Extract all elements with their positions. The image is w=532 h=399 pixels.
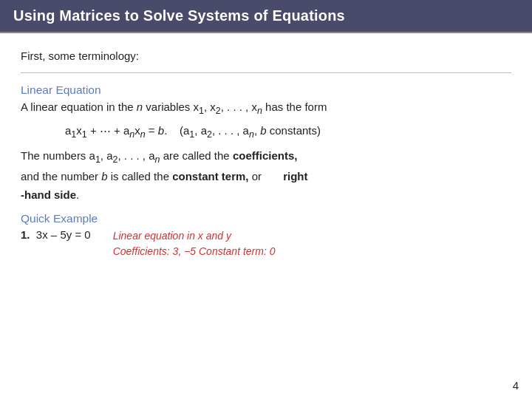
header-title: Using Matrices to Solve Systems of Equat… (13, 7, 345, 24)
slide-header: Using Matrices to Solve Systems of Equat… (0, 0, 532, 33)
const-a1: 1 (189, 129, 194, 140)
example-annotation: Linear equation in x and y Coefficients:… (113, 228, 276, 260)
sub-a1: 1 (71, 129, 76, 140)
coefficients-block: The numbers a1, a2, . . . , an are calle… (21, 147, 511, 204)
slide: Using Matrices to Solve Systems of Equat… (0, 0, 532, 399)
sub-an: n (129, 129, 134, 140)
example-row: 1. 3x – 5y = 0 Linear equation in x and … (21, 228, 511, 260)
coefficients-bold: coefficients, (233, 149, 298, 162)
page-number: 4 (513, 379, 519, 392)
example-number: 1. (21, 228, 30, 241)
right-bold: right (283, 170, 307, 183)
annotation-line1: Linear equation in x and y (113, 228, 276, 245)
sub-x2: 2 (216, 106, 221, 116)
example-left: 1. 3x – 5y = 0 (21, 228, 91, 241)
definition-text: A linear equation in the n variables x1,… (21, 98, 511, 118)
constant-term-bold: constant term, (172, 170, 248, 183)
variable-n: n (137, 100, 143, 113)
quick-example-title: Quick Example (21, 212, 511, 225)
sub-a1x: 1 (82, 129, 87, 140)
divider (21, 72, 511, 73)
annotation-line2: Coefficients: 3, −5 Constant term: 0 (113, 244, 276, 260)
b-italic: b (101, 170, 107, 183)
sub-x1: 1 (199, 106, 204, 116)
hand-side-bold: -hand side (21, 188, 76, 201)
sub-xn2: n (140, 129, 146, 140)
linear-equation-section: Linear Equation A linear equation in the… (21, 83, 511, 140)
sub-xn: n (257, 106, 262, 116)
const-a2: 2 (207, 129, 212, 140)
coeff-sub2: 2 (113, 154, 118, 165)
example-equation: 3x – 5y = 0 (36, 228, 91, 241)
coeff-sub1: 1 (95, 154, 100, 165)
coeff-subn: n (155, 154, 160, 165)
const-an: n (249, 129, 254, 140)
b-var: b (158, 124, 164, 137)
slide-content: First, some terminology: Linear Equation… (0, 33, 532, 267)
intro-text: First, some terminology: (21, 50, 511, 62)
const-b: b (260, 124, 266, 137)
section-title-linear: Linear Equation (21, 83, 511, 97)
equation-line: a1x1 + ⋯ + anxn = b. (a1, a2, . . . , an… (65, 124, 511, 140)
